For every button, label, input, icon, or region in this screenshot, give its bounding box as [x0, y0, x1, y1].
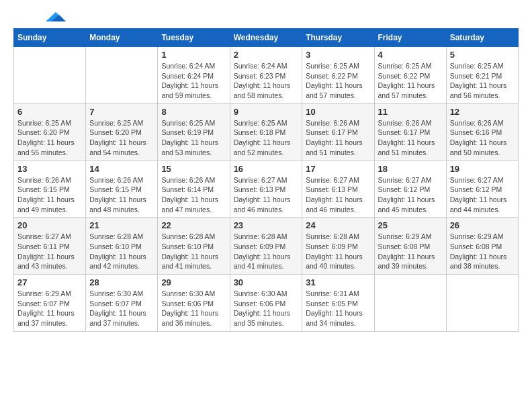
calendar-cell: 7Sunrise: 6:25 AMSunset: 6:20 PMDaylight…: [86, 103, 158, 161]
calendar-cell: [446, 275, 518, 332]
day-detail: Sunrise: 6:27 AMSunset: 6:11 PMDaylight:…: [17, 232, 82, 271]
day-detail: Sunrise: 6:26 AMSunset: 6:16 PMDaylight:…: [450, 118, 515, 158]
day-number: 29: [161, 277, 226, 287]
day-detail: Sunrise: 6:29 AMSunset: 6:07 PMDaylight:…: [17, 289, 82, 328]
calendar-cell: [374, 275, 446, 332]
day-number: 28: [89, 277, 154, 287]
day-number: 12: [450, 107, 515, 117]
day-number: 4: [378, 50, 443, 60]
page-header: [13, 13, 519, 21]
day-header-friday: Friday: [374, 29, 446, 47]
calendar-cell: 29Sunrise: 6:30 AMSunset: 6:06 PMDayligh…: [158, 275, 230, 332]
day-number: 16: [234, 164, 299, 174]
day-number: 30: [234, 277, 299, 287]
calendar-cell: 20Sunrise: 6:27 AMSunset: 6:11 PMDayligh…: [14, 218, 86, 275]
day-number: 14: [89, 164, 154, 174]
calendar-week-5: 27Sunrise: 6:29 AMSunset: 6:07 PMDayligh…: [14, 275, 519, 332]
day-number: 26: [450, 220, 515, 230]
day-detail: Sunrise: 6:29 AMSunset: 6:08 PMDaylight:…: [450, 232, 515, 271]
day-detail: Sunrise: 6:26 AMSunset: 6:15 PMDaylight:…: [89, 175, 154, 215]
calendar-cell: 6Sunrise: 6:25 AMSunset: 6:20 PMDaylight…: [14, 103, 86, 161]
calendar-week-3: 13Sunrise: 6:26 AMSunset: 6:15 PMDayligh…: [14, 161, 519, 218]
day-number: 24: [306, 220, 370, 230]
day-detail: Sunrise: 6:26 AMSunset: 6:17 PMDaylight:…: [378, 118, 443, 158]
calendar-cell: 28Sunrise: 6:30 AMSunset: 6:07 PMDayligh…: [86, 275, 158, 332]
day-detail: Sunrise: 6:28 AMSunset: 6:09 PMDaylight:…: [234, 232, 299, 271]
day-header-wednesday: Wednesday: [230, 29, 302, 47]
day-number: 7: [89, 107, 154, 117]
day-detail: Sunrise: 6:25 AMSunset: 6:20 PMDaylight:…: [89, 118, 154, 158]
day-detail: Sunrise: 6:26 AMSunset: 6:14 PMDaylight:…: [161, 175, 226, 215]
day-number: 6: [17, 107, 82, 117]
day-number: 23: [234, 220, 299, 230]
day-number: 8: [161, 107, 226, 117]
day-detail: Sunrise: 6:25 AMSunset: 6:20 PMDaylight:…: [17, 118, 82, 158]
day-number: 22: [161, 220, 226, 230]
calendar-table: SundayMondayTuesdayWednesdayThursdayFrid…: [13, 28, 519, 332]
calendar-week-1: 1Sunrise: 6:24 AMSunset: 6:24 PMDaylight…: [14, 47, 519, 104]
calendar-week-2: 6Sunrise: 6:25 AMSunset: 6:20 PMDaylight…: [14, 103, 519, 161]
calendar-cell: 26Sunrise: 6:29 AMSunset: 6:08 PMDayligh…: [446, 218, 518, 275]
calendar-cell: 5Sunrise: 6:25 AMSunset: 6:21 PMDaylight…: [446, 47, 518, 104]
calendar-cell: 10Sunrise: 6:26 AMSunset: 6:17 PMDayligh…: [302, 103, 374, 161]
day-number: 15: [161, 164, 226, 174]
day-number: 27: [17, 277, 82, 287]
day-detail: Sunrise: 6:27 AMSunset: 6:13 PMDaylight:…: [234, 175, 299, 215]
calendar-cell: 16Sunrise: 6:27 AMSunset: 6:13 PMDayligh…: [230, 161, 302, 218]
calendar-cell: 8Sunrise: 6:25 AMSunset: 6:19 PMDaylight…: [158, 103, 230, 161]
day-number: 9: [234, 107, 299, 117]
calendar-cell: 30Sunrise: 6:30 AMSunset: 6:06 PMDayligh…: [230, 275, 302, 332]
day-detail: Sunrise: 6:31 AMSunset: 6:05 PMDaylight:…: [306, 289, 370, 328]
calendar-cell: 9Sunrise: 6:25 AMSunset: 6:18 PMDaylight…: [230, 103, 302, 161]
day-header-tuesday: Tuesday: [158, 29, 230, 47]
day-detail: Sunrise: 6:30 AMSunset: 6:06 PMDaylight:…: [161, 289, 226, 328]
day-number: 13: [17, 164, 82, 174]
calendar-cell: 15Sunrise: 6:26 AMSunset: 6:14 PMDayligh…: [158, 161, 230, 218]
day-number: 10: [306, 107, 370, 117]
calendar-cell: [86, 47, 158, 104]
day-detail: Sunrise: 6:25 AMSunset: 6:22 PMDaylight:…: [378, 61, 443, 101]
calendar-cell: 21Sunrise: 6:28 AMSunset: 6:10 PMDayligh…: [86, 218, 158, 275]
day-number: 19: [450, 164, 515, 174]
calendar-cell: 2Sunrise: 6:24 AMSunset: 6:23 PMDaylight…: [230, 47, 302, 104]
logo: [13, 13, 66, 21]
calendar-cell: 22Sunrise: 6:28 AMSunset: 6:10 PMDayligh…: [158, 218, 230, 275]
day-detail: Sunrise: 6:25 AMSunset: 6:18 PMDaylight:…: [234, 118, 299, 158]
calendar-cell: 3Sunrise: 6:25 AMSunset: 6:22 PMDaylight…: [302, 47, 374, 104]
calendar-cell: 31Sunrise: 6:31 AMSunset: 6:05 PMDayligh…: [302, 275, 374, 332]
day-detail: Sunrise: 6:30 AMSunset: 6:07 PMDaylight:…: [89, 289, 154, 328]
day-number: 21: [89, 220, 154, 230]
day-detail: Sunrise: 6:28 AMSunset: 6:09 PMDaylight:…: [306, 232, 370, 271]
header-row: SundayMondayTuesdayWednesdayThursdayFrid…: [14, 29, 519, 47]
logo-icon: [46, 12, 66, 21]
day-number: 20: [17, 220, 82, 230]
day-number: 3: [306, 50, 370, 60]
day-number: 18: [378, 164, 443, 174]
day-detail: Sunrise: 6:27 AMSunset: 6:12 PMDaylight:…: [450, 175, 515, 215]
day-number: 5: [450, 50, 515, 60]
calendar-cell: 13Sunrise: 6:26 AMSunset: 6:15 PMDayligh…: [14, 161, 86, 218]
calendar-cell: 17Sunrise: 6:27 AMSunset: 6:13 PMDayligh…: [302, 161, 374, 218]
day-detail: Sunrise: 6:28 AMSunset: 6:10 PMDaylight:…: [89, 232, 154, 271]
calendar-cell: 23Sunrise: 6:28 AMSunset: 6:09 PMDayligh…: [230, 218, 302, 275]
day-detail: Sunrise: 6:25 AMSunset: 6:22 PMDaylight:…: [306, 61, 370, 101]
day-detail: Sunrise: 6:24 AMSunset: 6:24 PMDaylight:…: [161, 61, 226, 101]
calendar-cell: 14Sunrise: 6:26 AMSunset: 6:15 PMDayligh…: [86, 161, 158, 218]
day-number: 17: [306, 164, 370, 174]
calendar-cell: 1Sunrise: 6:24 AMSunset: 6:24 PMDaylight…: [158, 47, 230, 104]
day-number: 31: [306, 277, 370, 287]
day-number: 2: [234, 50, 299, 60]
calendar-cell: 11Sunrise: 6:26 AMSunset: 6:17 PMDayligh…: [374, 103, 446, 161]
day-detail: Sunrise: 6:29 AMSunset: 6:08 PMDaylight:…: [378, 232, 443, 271]
day-detail: Sunrise: 6:24 AMSunset: 6:23 PMDaylight:…: [234, 61, 299, 101]
calendar-cell: 4Sunrise: 6:25 AMSunset: 6:22 PMDaylight…: [374, 47, 446, 104]
calendar-cell: 24Sunrise: 6:28 AMSunset: 6:09 PMDayligh…: [302, 218, 374, 275]
day-number: 25: [378, 220, 443, 230]
day-detail: Sunrise: 6:25 AMSunset: 6:21 PMDaylight:…: [450, 61, 515, 101]
calendar-cell: 18Sunrise: 6:27 AMSunset: 6:12 PMDayligh…: [374, 161, 446, 218]
day-number: 11: [378, 107, 443, 117]
day-detail: Sunrise: 6:26 AMSunset: 6:15 PMDaylight:…: [17, 175, 82, 215]
day-detail: Sunrise: 6:28 AMSunset: 6:10 PMDaylight:…: [161, 232, 226, 271]
calendar-cell: [14, 47, 86, 104]
day-detail: Sunrise: 6:25 AMSunset: 6:19 PMDaylight:…: [161, 118, 226, 158]
